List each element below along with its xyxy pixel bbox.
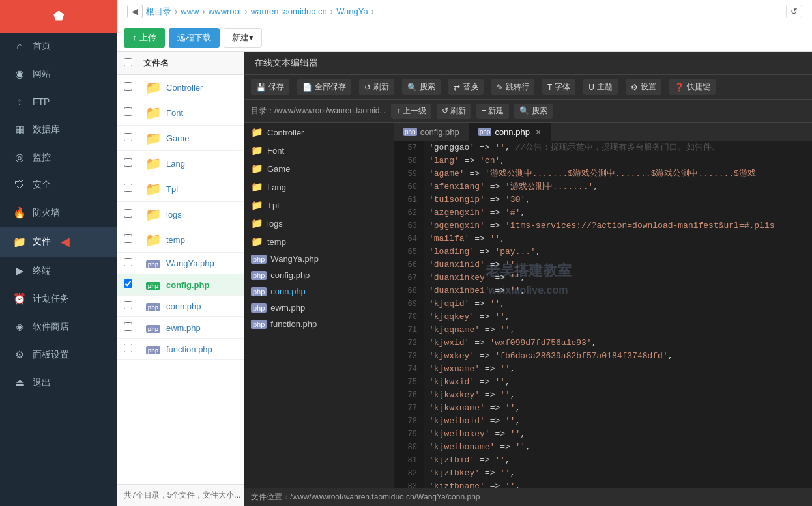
tree-item-config[interactable]: php config.php — [244, 267, 394, 283]
breadcrumb-wwwroot[interactable]: wwwroot — [209, 7, 242, 16]
file-checkbox[interactable] — [124, 133, 132, 141]
folder-icon: 📁 — [145, 232, 162, 247]
back-button[interactable]: ◀ — [127, 5, 143, 18]
line-content: 'mailfa' => '', — [424, 232, 812, 246]
breadcrumb-domain[interactable]: wanren.taomiduo.cn — [251, 7, 327, 16]
files-icon: 📁 — [13, 236, 26, 248]
sidebar-item-label: 网站 — [33, 68, 51, 80]
php-icon: php — [251, 287, 267, 296]
tree-item-lang[interactable]: 📁 Lang — [244, 178, 394, 196]
tree-item-tpl[interactable]: 📁 Tpl — [244, 196, 394, 214]
breadcrumb-root[interactable]: 根目录 — [146, 6, 171, 18]
sidebar-item-logout[interactable]: ⏏ 退出 — [0, 369, 117, 397]
file-checkbox[interactable] — [124, 322, 132, 331]
line-content: 'loading' => 'pay...', — [424, 246, 812, 259]
remote-download-button[interactable]: 远程下载 — [169, 28, 220, 48]
sidebar-item-terminal[interactable]: ▶ 终端 — [0, 257, 117, 285]
font-button[interactable]: T 字体 — [542, 79, 575, 95]
php-icon: php — [251, 255, 267, 264]
select-all-checkbox[interactable] — [124, 58, 132, 66]
panel-icon: ⚙ — [13, 348, 26, 361]
tree-item-ewm[interactable]: php ewm.php — [244, 300, 394, 316]
sidebar-item-label: 防火墙 — [33, 207, 60, 219]
save-button[interactable]: 💾 保存 — [251, 79, 289, 95]
line-content: 'kjkwxid' => '', — [424, 376, 812, 389]
file-checkbox[interactable] — [124, 184, 132, 192]
sidebar-item-website[interactable]: ◉ 网站 — [0, 60, 117, 88]
nav-new-button[interactable]: + 新建 — [476, 104, 509, 119]
file-checkbox[interactable] — [124, 209, 132, 218]
tree-item-label: logs — [267, 219, 283, 229]
sidebar-item-software[interactable]: ◈ 软件商店 — [0, 313, 117, 341]
tree-item-function[interactable]: php function.php — [244, 316, 394, 332]
code-line: 69 'kjqqid' => '', — [394, 298, 812, 311]
editor-filetree: 📁 Controller 📁 Font 📁 Game 📁 Lang — [244, 123, 394, 488]
tree-item-logs[interactable]: 📁 logs — [244, 214, 394, 232]
breadcrumb-www[interactable]: www — [181, 7, 199, 16]
editor-footer: 文件位置：/www/wwwroot/wanren.taomiduo.cn/Wan… — [244, 488, 812, 506]
line-content: 'kjkwxkey' => '', — [424, 389, 812, 402]
settings-button[interactable]: ⚙ 设置 — [626, 79, 661, 95]
refresh-button[interactable]: ↺ 刷新 — [359, 79, 394, 95]
tree-item-conn[interactable]: php conn.php ◀ — [244, 283, 394, 300]
tree-item-wangya[interactable]: php WangYa.php — [244, 251, 394, 267]
code-view[interactable]: 57 'gonggao' => '', //公告：提现示范中，提现有多台服务门口… — [394, 141, 812, 488]
tree-item-font[interactable]: 📁 Font — [244, 141, 394, 160]
tab-conn[interactable]: php conn.php ✕ — [469, 123, 551, 141]
file-checkbox[interactable] — [124, 301, 132, 309]
file-checkbox[interactable] — [124, 82, 132, 91]
theme-button[interactable]: U 主题 — [583, 79, 618, 95]
line-number: 61 — [394, 193, 424, 206]
tab-config[interactable]: php config.php — [394, 123, 469, 141]
sidebar-item-panel[interactable]: ⚙ 面板设置 — [0, 341, 117, 369]
line-number: 60 — [394, 180, 424, 193]
file-checkbox[interactable] — [124, 344, 132, 352]
php-badge-icon: php — [146, 325, 161, 333]
sidebar-item-label: 终端 — [33, 265, 51, 277]
sidebar-item-database[interactable]: ▦ 数据库 — [0, 115, 117, 143]
php-badge-icon: php — [146, 260, 161, 268]
line-number: 80 — [394, 441, 424, 454]
replace-button[interactable]: ⇄ 替换 — [448, 79, 484, 95]
tree-item-game[interactable]: 📁 Game — [244, 160, 394, 178]
file-checkbox[interactable] — [124, 107, 132, 116]
sidebar-item-ftp[interactable]: ↕ FTP — [0, 88, 117, 115]
goto-line-button[interactable]: ✎ 跳转行 — [491, 79, 534, 95]
line-number: 66 — [394, 259, 424, 272]
tab-close-button[interactable]: ✕ — [535, 128, 542, 137]
folder-icon: 📁 — [251, 199, 263, 211]
tree-item-label: temp — [267, 237, 286, 247]
sidebar-item-cron[interactable]: ⏰ 计划任务 — [0, 285, 117, 313]
code-line: 64 'mailfa' => '', — [394, 232, 812, 246]
file-checkbox[interactable] — [124, 258, 132, 266]
sidebar-item-security[interactable]: 🛡 安全 — [0, 171, 117, 199]
breadcrumb-wangya[interactable]: WangYa — [336, 7, 368, 16]
upload-button[interactable]: ↑ 上传 — [124, 28, 165, 48]
save-all-button[interactable]: 📄 全部保存 — [297, 79, 351, 95]
nav-up-button[interactable]: ↑ 上一级 — [391, 104, 431, 119]
nav-search-button[interactable]: 🔍 搜索 — [514, 104, 552, 119]
line-number: 67 — [394, 272, 424, 285]
sidebar-item-home[interactable]: ⌂ 首页 — [0, 33, 117, 60]
search-button[interactable]: 🔍 搜索 — [402, 79, 441, 95]
line-number: 78 — [394, 415, 424, 428]
line-number: 71 — [394, 324, 424, 337]
sidebar-item-label: 安全 — [33, 179, 51, 191]
breadcrumb-refresh-button[interactable]: ↺ — [786, 5, 802, 18]
sidebar-item-monitor[interactable]: ◎ 监控 — [0, 143, 117, 171]
file-checkbox[interactable] — [124, 158, 132, 167]
sidebar-item-files[interactable]: 📁 文件 ◀ — [0, 227, 117, 257]
line-content: 'pggengxin' => 'itms-services://?action=… — [424, 219, 812, 232]
shortcuts-button[interactable]: ❓ 快捷键 — [669, 79, 716, 95]
sidebar-item-firewall[interactable]: 🔥 防火墙 — [0, 199, 117, 227]
nav-refresh-button[interactable]: ↺ 刷新 — [437, 104, 471, 119]
tree-item-controller[interactable]: 📁 Controller — [244, 123, 394, 141]
new-button[interactable]: 新建▾ — [224, 28, 262, 48]
folder-icon: 📁 — [251, 236, 263, 247]
replace-icon: ⇄ — [454, 83, 460, 92]
editor-code-area: php config.php php conn.php ✕ 57 'gongga… — [394, 123, 812, 488]
file-checkbox[interactable] — [124, 279, 132, 288]
line-content: 'duanxinkey' => '', — [424, 272, 812, 285]
file-checkbox[interactable] — [124, 234, 132, 243]
tree-item-temp[interactable]: 📁 temp — [244, 232, 394, 251]
